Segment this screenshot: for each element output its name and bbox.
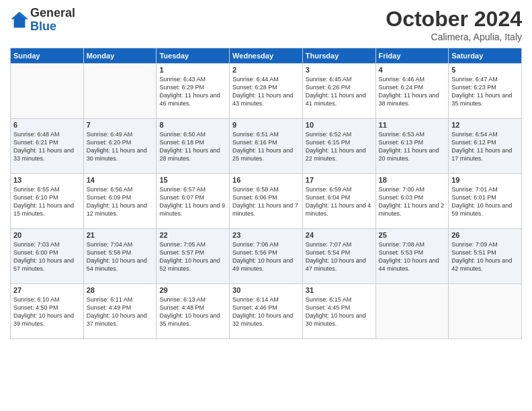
day-number: 2 — [232, 66, 300, 74]
calendar-cell: 9Sunrise: 6:51 AM Sunset: 6:16 PM Daylig… — [230, 119, 303, 174]
calendar-cell: 31Sunrise: 6:15 AM Sunset: 4:45 PM Dayli… — [302, 284, 375, 339]
calendar-cell: 22Sunrise: 7:05 AM Sunset: 5:57 PM Dayli… — [157, 229, 230, 284]
cell-content: Sunrise: 7:03 AM Sunset: 6:00 PM Dayligh… — [13, 240, 81, 273]
calendar-cell: 10Sunrise: 6:52 AM Sunset: 6:15 PM Dayli… — [302, 119, 375, 174]
calendar-cell: 8Sunrise: 6:50 AM Sunset: 6:18 PM Daylig… — [157, 119, 230, 174]
cell-content: Sunrise: 7:06 AM Sunset: 5:56 PM Dayligh… — [232, 240, 300, 273]
day-number: 24 — [306, 231, 373, 239]
day-number: 21 — [87, 231, 154, 239]
month-year: October 2024 — [386, 7, 522, 32]
week-row-5: 27Sunrise: 6:10 AM Sunset: 4:50 PM Dayli… — [11, 284, 522, 339]
cell-content: Sunrise: 6:44 AM Sunset: 6:28 PM Dayligh… — [232, 75, 300, 108]
calendar-cell: 24Sunrise: 7:07 AM Sunset: 5:54 PM Dayli… — [302, 229, 375, 284]
cell-content: Sunrise: 6:50 AM Sunset: 6:18 PM Dayligh… — [159, 130, 226, 163]
day-number: 8 — [159, 121, 226, 129]
calendar-cell: 30Sunrise: 6:14 AM Sunset: 4:46 PM Dayli… — [230, 284, 303, 339]
header-row: SundayMondayTuesdayWednesdayThursdayFrid… — [11, 48, 522, 64]
logo-text: General Blue — [30, 7, 75, 34]
week-row-1: 1Sunrise: 6:43 AM Sunset: 6:29 PM Daylig… — [11, 64, 522, 119]
cell-content: Sunrise: 6:13 AM Sunset: 4:48 PM Dayligh… — [159, 295, 226, 328]
cell-content: Sunrise: 6:53 AM Sunset: 6:13 PM Dayligh… — [379, 130, 446, 163]
cell-content: Sunrise: 7:07 AM Sunset: 5:54 PM Dayligh… — [306, 240, 373, 273]
cell-content: Sunrise: 6:59 AM Sunset: 6:04 PM Dayligh… — [306, 185, 373, 218]
calendar-cell: 3Sunrise: 6:45 AM Sunset: 6:26 PM Daylig… — [302, 64, 375, 119]
calendar-cell: 29Sunrise: 6:13 AM Sunset: 4:48 PM Dayli… — [157, 284, 230, 339]
calendar-cell — [375, 284, 449, 339]
calendar-cell: 17Sunrise: 6:59 AM Sunset: 6:04 PM Dayli… — [302, 174, 375, 229]
cell-content: Sunrise: 6:11 AM Sunset: 4:49 PM Dayligh… — [87, 295, 154, 328]
day-number: 1 — [159, 66, 226, 74]
calendar-cell: 20Sunrise: 7:03 AM Sunset: 6:00 PM Dayli… — [11, 229, 84, 284]
title-section: October 2024 Calimera, Apulia, Italy — [386, 7, 522, 42]
cell-content: Sunrise: 7:04 AM Sunset: 5:58 PM Dayligh… — [87, 240, 154, 273]
calendar-cell: 7Sunrise: 6:49 AM Sunset: 6:20 PM Daylig… — [83, 119, 157, 174]
calendar-cell: 4Sunrise: 6:46 AM Sunset: 6:24 PM Daylig… — [375, 64, 449, 119]
week-row-3: 13Sunrise: 6:55 AM Sunset: 6:10 PM Dayli… — [11, 174, 522, 229]
calendar-cell: 18Sunrise: 7:00 AM Sunset: 6:03 PM Dayli… — [375, 174, 449, 229]
day-number: 14 — [87, 176, 154, 184]
day-number: 16 — [232, 176, 300, 184]
week-row-4: 20Sunrise: 7:03 AM Sunset: 6:00 PM Dayli… — [11, 229, 522, 284]
location: Calimera, Apulia, Italy — [386, 32, 522, 42]
calendar-cell: 25Sunrise: 7:08 AM Sunset: 5:53 PM Dayli… — [375, 229, 449, 284]
day-number: 9 — [232, 121, 300, 129]
day-number: 20 — [13, 231, 81, 239]
day-number: 18 — [379, 176, 446, 184]
header: General Blue October 2024 Calimera, Apul… — [10, 7, 522, 42]
calendar-cell: 26Sunrise: 7:09 AM Sunset: 5:51 PM Dayli… — [449, 229, 522, 284]
col-header-thursday: Thursday — [302, 48, 375, 64]
day-number: 26 — [451, 231, 519, 239]
cell-content: Sunrise: 6:52 AM Sunset: 6:15 PM Dayligh… — [306, 130, 373, 163]
day-number: 23 — [232, 231, 300, 239]
day-number: 22 — [159, 231, 226, 239]
col-header-saturday: Saturday — [449, 48, 522, 64]
day-number: 27 — [13, 286, 81, 294]
day-number: 12 — [451, 121, 519, 129]
day-number: 5 — [451, 66, 519, 74]
cell-content: Sunrise: 6:15 AM Sunset: 4:45 PM Dayligh… — [306, 295, 373, 328]
day-number: 11 — [379, 121, 446, 129]
col-header-tuesday: Tuesday — [157, 48, 230, 64]
cell-content: Sunrise: 7:05 AM Sunset: 5:57 PM Dayligh… — [159, 240, 226, 273]
calendar-cell: 19Sunrise: 7:01 AM Sunset: 6:01 PM Dayli… — [449, 174, 522, 229]
calendar-cell: 12Sunrise: 6:54 AM Sunset: 6:12 PM Dayli… — [449, 119, 522, 174]
calendar-cell: 1Sunrise: 6:43 AM Sunset: 6:29 PM Daylig… — [157, 64, 230, 119]
calendar-cell: 6Sunrise: 6:48 AM Sunset: 6:21 PM Daylig… — [11, 119, 84, 174]
day-number: 15 — [159, 176, 226, 184]
calendar-cell — [83, 64, 157, 119]
cell-content: Sunrise: 6:51 AM Sunset: 6:16 PM Dayligh… — [232, 130, 300, 163]
calendar-cell: 5Sunrise: 6:47 AM Sunset: 6:23 PM Daylig… — [449, 64, 522, 119]
cell-content: Sunrise: 6:58 AM Sunset: 6:06 PM Dayligh… — [232, 185, 300, 218]
cell-content: Sunrise: 7:09 AM Sunset: 5:51 PM Dayligh… — [451, 240, 519, 273]
cell-content: Sunrise: 6:49 AM Sunset: 6:20 PM Dayligh… — [87, 130, 154, 163]
cell-content: Sunrise: 6:56 AM Sunset: 6:09 PM Dayligh… — [87, 185, 154, 218]
calendar-cell: 14Sunrise: 6:56 AM Sunset: 6:09 PM Dayli… — [83, 174, 157, 229]
calendar-cell: 2Sunrise: 6:44 AM Sunset: 6:28 PM Daylig… — [230, 64, 303, 119]
day-number: 31 — [306, 286, 373, 294]
cell-content: Sunrise: 7:08 AM Sunset: 5:53 PM Dayligh… — [379, 240, 446, 273]
cell-content: Sunrise: 6:47 AM Sunset: 6:23 PM Dayligh… — [451, 75, 519, 108]
cell-content: Sunrise: 6:48 AM Sunset: 6:21 PM Dayligh… — [13, 130, 81, 163]
day-number: 3 — [306, 66, 373, 74]
day-number: 6 — [13, 121, 81, 129]
calendar-table: SundayMondayTuesdayWednesdayThursdayFrid… — [10, 48, 522, 339]
col-header-wednesday: Wednesday — [230, 48, 303, 64]
cell-content: Sunrise: 6:54 AM Sunset: 6:12 PM Dayligh… — [451, 130, 519, 163]
calendar-cell: 15Sunrise: 6:57 AM Sunset: 6:07 PM Dayli… — [157, 174, 230, 229]
calendar-cell — [449, 284, 522, 339]
calendar-cell: 23Sunrise: 7:06 AM Sunset: 5:56 PM Dayli… — [230, 229, 303, 284]
calendar-cell: 28Sunrise: 6:11 AM Sunset: 4:49 PM Dayli… — [83, 284, 157, 339]
calendar-cell: 11Sunrise: 6:53 AM Sunset: 6:13 PM Dayli… — [375, 119, 449, 174]
calendar-cell: 16Sunrise: 6:58 AM Sunset: 6:06 PM Dayli… — [230, 174, 303, 229]
day-number: 30 — [232, 286, 300, 294]
logo: General Blue — [10, 7, 75, 34]
day-number: 28 — [87, 286, 154, 294]
day-number: 4 — [379, 66, 446, 74]
calendar-cell: 13Sunrise: 6:55 AM Sunset: 6:10 PM Dayli… — [11, 174, 84, 229]
col-header-sunday: Sunday — [11, 48, 84, 64]
cell-content: Sunrise: 6:45 AM Sunset: 6:26 PM Dayligh… — [306, 75, 373, 108]
day-number: 17 — [306, 176, 373, 184]
day-number: 25 — [379, 231, 446, 239]
cell-content: Sunrise: 7:00 AM Sunset: 6:03 PM Dayligh… — [379, 185, 446, 218]
cell-content: Sunrise: 6:55 AM Sunset: 6:10 PM Dayligh… — [13, 185, 81, 218]
